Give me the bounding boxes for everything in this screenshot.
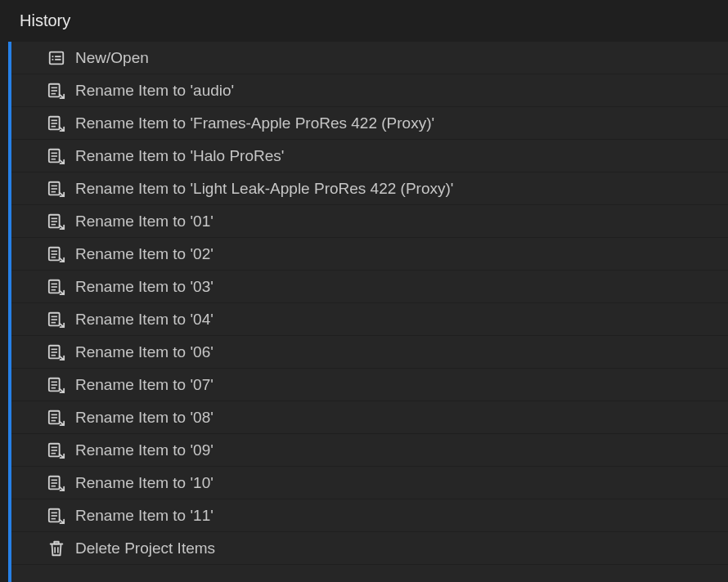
history-item[interactable]: Rename Item to '08' [11, 401, 728, 434]
history-item-label: Rename Item to '07' [75, 376, 213, 394]
history-item-label: Rename Item to 'Halo ProRes' [75, 147, 284, 165]
history-item-label: Rename Item to '10' [75, 474, 213, 492]
panel-title: History [0, 0, 728, 42]
rename-item-icon [47, 213, 65, 231]
delete-item-icon [47, 539, 65, 557]
rename-item-icon [47, 180, 65, 198]
new-open-icon [47, 49, 65, 67]
history-item[interactable]: Rename Item to 'Light Leak-Apple ProRes … [11, 172, 728, 205]
history-item-label: Rename Item to '06' [75, 343, 213, 361]
history-item-label: Rename Item to '01' [75, 213, 213, 231]
history-item[interactable]: Delete Project Items [11, 532, 728, 565]
rename-item-icon [47, 114, 65, 132]
history-item-label: Rename Item to 'audio' [75, 82, 234, 100]
rename-item-icon [47, 245, 65, 263]
history-item[interactable]: Rename Item to 'Halo ProRes' [11, 140, 728, 172]
history-item[interactable]: New/Open [11, 42, 728, 74]
rename-item-icon [47, 82, 65, 100]
history-item-label: Rename Item to '11' [75, 507, 213, 525]
history-item[interactable]: Rename Item to '03' [11, 271, 728, 303]
history-item[interactable]: Rename Item to 'Frames-Apple ProRes 422 … [11, 107, 728, 140]
history-item-label: Rename Item to '09' [75, 441, 213, 459]
history-item-label: New/Open [75, 49, 149, 67]
history-item[interactable]: Rename Item to '10' [11, 467, 728, 499]
rename-item-icon [47, 311, 65, 329]
rename-item-icon [47, 474, 65, 492]
rename-item-icon [47, 507, 65, 525]
history-item[interactable]: Rename Item to '04' [11, 303, 728, 336]
history-item[interactable]: Rename Item to '09' [11, 434, 728, 467]
history-item[interactable]: Rename Item to 'audio' [11, 74, 728, 107]
history-item-label: Delete Project Items [75, 539, 215, 557]
history-item-label: Rename Item to 'Light Leak-Apple ProRes … [75, 180, 453, 198]
history-item-label: Rename Item to 'Frames-Apple ProRes 422 … [75, 114, 434, 132]
history-item[interactable]: Rename Item to '02' [11, 238, 728, 271]
rename-item-icon [47, 376, 65, 394]
rename-item-icon [47, 147, 65, 165]
history-item-label: Rename Item to '04' [75, 311, 213, 329]
rename-item-icon [47, 278, 65, 296]
history-item[interactable]: Rename Item to '06' [11, 336, 728, 369]
rename-item-icon [47, 343, 65, 361]
history-item-label: Rename Item to '02' [75, 245, 213, 263]
history-item-label: Rename Item to '03' [75, 278, 213, 296]
rename-item-icon [47, 441, 65, 459]
history-item[interactable]: Rename Item to '11' [11, 499, 728, 532]
history-panel: History New/OpenRename Item to 'audio'Re… [0, 0, 728, 582]
history-item-label: Rename Item to '08' [75, 409, 213, 427]
rename-item-icon [47, 409, 65, 427]
history-item[interactable]: Rename Item to '07' [11, 369, 728, 401]
history-item[interactable]: Rename Item to '01' [11, 205, 728, 238]
history-list[interactable]: New/OpenRename Item to 'audio'Rename Ite… [11, 42, 728, 582]
panel-body: New/OpenRename Item to 'audio'Rename Ite… [0, 42, 728, 582]
